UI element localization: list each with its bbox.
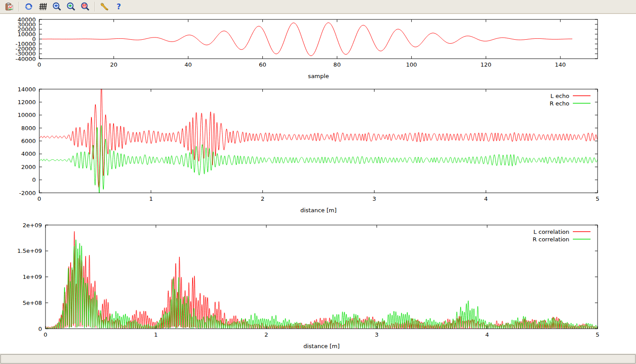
x-tick-label: 140: [555, 61, 566, 68]
series-line-l-echo: [39, 82, 598, 188]
autoscale-button[interactable]: [79, 0, 92, 13]
copy-to-clipboard-button[interactable]: [3, 0, 16, 13]
grid-icon: [38, 2, 48, 11]
wrench-icon: [100, 2, 110, 11]
y-tick-label: 1.5e+09: [17, 248, 42, 254]
series-group: [45, 231, 598, 329]
zoom-next-button[interactable]: [64, 0, 78, 13]
y-tick-label: 40000: [18, 16, 36, 23]
magnifier-left-arrow-icon: [52, 2, 62, 11]
y-tick-label: 2000: [21, 164, 36, 170]
y-tick-label: 4000: [21, 150, 36, 157]
series-line-r-correlation: [45, 240, 598, 329]
replot-button[interactable]: [22, 0, 35, 13]
status-bar: [0, 353, 636, 364]
series-group: [39, 82, 598, 194]
magnifier-right-arrow-icon: [66, 2, 76, 11]
toolbar-separator: [95, 2, 95, 11]
help-button[interactable]: ?: [112, 0, 125, 13]
x-axis-title: sample: [308, 73, 329, 79]
x-tick-label: 3: [372, 195, 376, 202]
x-tick-label: 80: [333, 61, 341, 68]
x-tick-label: 2: [261, 195, 264, 202]
y-tick-label: 8000: [21, 125, 36, 131]
y-tick-label: 6000: [21, 138, 36, 144]
y-tick-label: 12000: [18, 99, 36, 105]
status-bar-field: [0, 354, 636, 364]
question-mark-icon: ?: [114, 2, 124, 11]
toggle-grid-button[interactable]: [36, 0, 49, 13]
x-tick-label: 2: [265, 331, 268, 338]
x-tick-label: 0: [44, 331, 47, 338]
toolbar: ?: [0, 0, 636, 14]
legend-label: L correlation: [534, 229, 569, 235]
plot-border: [39, 19, 598, 59]
clipboard-plot-icon: [4, 2, 14, 11]
chirp-plot: 020406080100120140-40000-30000-20000-100…: [15, 16, 598, 80]
svg-text:?: ?: [117, 2, 121, 11]
x-axis-title: distance [m]: [303, 343, 340, 349]
y-tick-label: 2e+09: [23, 222, 42, 229]
plots-svg: 020406080100120140-40000-30000-20000-100…: [0, 14, 636, 353]
echo-plot: 012345-200002000400060008000100001200014…: [18, 82, 600, 214]
x-tick-label: 100: [406, 61, 417, 68]
series-line-signal: [39, 23, 572, 56]
series-line-l-correlation: [45, 231, 598, 329]
magnifier-plot-icon: [80, 2, 90, 11]
x-tick-label: 4: [484, 195, 488, 202]
legend-label: R correlation: [533, 236, 569, 243]
axis-ticks: [45, 225, 598, 329]
x-tick-label: 0: [38, 61, 41, 68]
y-tick-label: 5e+08: [23, 300, 42, 306]
gnuplot-window: ? 020406080100120140-40000-30000-20000-1…: [0, 0, 636, 364]
x-tick-label: 40: [185, 61, 192, 68]
zoom-previous-button[interactable]: [50, 0, 64, 13]
x-tick-label: 5: [596, 195, 599, 202]
configure-button[interactable]: [98, 0, 111, 13]
y-tick-label: 14000: [18, 86, 36, 93]
x-tick-label: 1: [149, 195, 153, 202]
x-tick-label: 120: [481, 61, 492, 68]
x-tick-label: 1: [154, 331, 158, 338]
y-tick-label: 10000: [18, 112, 36, 118]
legend: L echoR echo: [549, 93, 591, 107]
x-tick-label: 60: [259, 61, 266, 68]
y-tick-label: 0: [38, 326, 42, 332]
x-tick-label: 3: [375, 331, 379, 338]
x-tick-label: 4: [485, 331, 489, 338]
x-tick-label: 5: [596, 331, 599, 338]
y-tick-label: 0: [32, 176, 36, 183]
x-axis-title: distance [m]: [300, 207, 337, 214]
correlation-plot: 01234505e+081e+091.5e+092e+09distance [m…: [17, 222, 599, 350]
series-group: [39, 23, 572, 56]
axis-ticks: [39, 19, 598, 59]
refresh-icon: [24, 2, 34, 11]
plot-canvas[interactable]: 020406080100120140-40000-30000-20000-100…: [0, 14, 636, 353]
legend-label: R echo: [549, 100, 569, 107]
plot-border: [45, 225, 598, 329]
y-tick-label: 1e+09: [23, 274, 42, 280]
y-tick-label: -2000: [19, 190, 36, 196]
toolbar-separator: [19, 2, 19, 11]
x-tick-label: 0: [38, 195, 41, 202]
x-tick-label: 20: [110, 61, 117, 68]
legend: L correlationR correlation: [533, 229, 591, 243]
legend-label: L echo: [550, 93, 569, 99]
